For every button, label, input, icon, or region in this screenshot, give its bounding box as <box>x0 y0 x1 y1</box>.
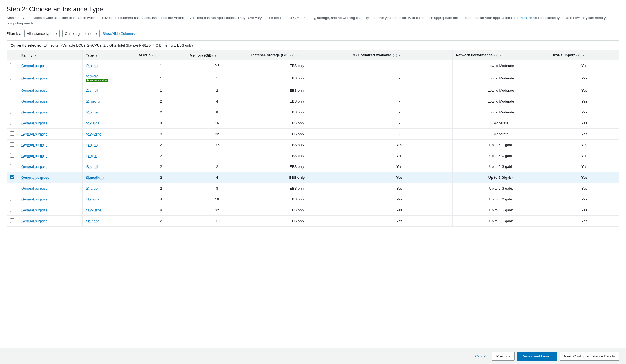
table-row[interactable]: General purposet3a.nano20.5EBS onlyYesUp… <box>7 216 619 227</box>
memory-cell: 0.5 <box>186 140 248 150</box>
vcpus-cell: 2 <box>136 140 186 150</box>
ebs-header[interactable]: EBS-Optimized Available i ▾ <box>346 50 452 60</box>
row-checkbox[interactable] <box>10 197 14 201</box>
storage-info-icon[interactable]: i <box>290 54 294 57</box>
type-cell[interactable]: t2.medium <box>82 96 136 107</box>
family-cell[interactable]: General purpose <box>18 183 83 194</box>
family-cell[interactable]: General purpose <box>18 85 83 96</box>
ipv6-info-icon[interactable]: i <box>576 54 580 57</box>
row-checkbox[interactable] <box>10 88 14 92</box>
previous-button[interactable]: Previous <box>492 352 515 361</box>
table-row[interactable]: General purposet3.medium24EBS onlyYesUp … <box>7 172 619 183</box>
table-row[interactable]: General purposet3.2xlarge832EBS onlyYesU… <box>7 205 619 216</box>
type-cell[interactable]: t3.micro <box>82 150 136 161</box>
family-cell[interactable]: General purpose <box>18 129 83 140</box>
memory-cell: 8 <box>186 183 248 194</box>
table-row[interactable]: General purposet2.microFree tier eligibl… <box>7 71 619 85</box>
table-row[interactable]: General purposet3.small22EBS onlyYesUp t… <box>7 161 619 172</box>
ebs-cell: - <box>346 107 452 118</box>
family-cell[interactable]: General purpose <box>18 107 83 118</box>
next-button[interactable]: Next: Configure Instance Details <box>560 352 619 361</box>
type-header[interactable]: Type ▾ <box>82 50 136 60</box>
family-cell[interactable]: General purpose <box>18 216 83 227</box>
type-cell[interactable]: t3.small <box>82 161 136 172</box>
ipv6-cell: Yes <box>549 140 619 150</box>
type-cell[interactable]: t2.nano <box>82 60 136 71</box>
learn-more-link[interactable]: Learn more <box>514 16 532 20</box>
row-checkbox[interactable] <box>10 63 14 67</box>
review-launch-button[interactable]: Review and Launch <box>517 352 557 361</box>
family-cell[interactable]: General purpose <box>18 71 83 85</box>
ipv6-cell: Yes <box>549 107 619 118</box>
table-row[interactable]: General purposet3.micro21EBS onlyYesUp t… <box>7 150 619 161</box>
table-row[interactable]: General purposet3.large28EBS onlyYesUp t… <box>7 183 619 194</box>
instance-type-filter-value: All instance types <box>27 32 54 36</box>
row-checkbox[interactable] <box>10 164 14 168</box>
family-cell[interactable]: General purpose <box>18 60 83 71</box>
row-checkbox[interactable] <box>10 186 14 190</box>
row-checkbox[interactable] <box>10 142 14 147</box>
family-cell[interactable]: General purpose <box>18 118 83 129</box>
type-cell[interactable]: t2.microFree tier eligible <box>82 71 136 85</box>
generation-filter[interactable]: Current generation ▾ <box>62 30 100 37</box>
chevron-down-icon: ▾ <box>56 32 57 35</box>
table-row[interactable]: General purposet2.large28EBS only-Low to… <box>7 107 619 118</box>
ebs-cell: - <box>346 129 452 140</box>
row-checkbox[interactable] <box>10 76 14 80</box>
row-checkbox[interactable] <box>10 153 14 158</box>
row-checkbox[interactable] <box>10 110 14 114</box>
type-cell[interactable]: t2.large <box>82 107 136 118</box>
network-cell: Up to 5 Gigabit <box>452 140 549 150</box>
cancel-button[interactable]: Cancel <box>472 352 489 360</box>
show-hide-columns-link[interactable]: Show/Hide Columns <box>102 32 135 36</box>
family-cell[interactable]: General purpose <box>18 140 83 150</box>
table-row[interactable]: General purposet2.nano10.5EBS only-Low t… <box>7 60 619 71</box>
row-checkbox[interactable] <box>10 218 14 223</box>
memory-cell: 4 <box>186 172 248 183</box>
row-checkbox[interactable] <box>10 99 14 103</box>
family-cell[interactable]: General purpose <box>18 205 83 216</box>
vcpus-header[interactable]: vCPUs i ▾ <box>136 50 186 60</box>
ebs-info-icon[interactable]: i <box>393 54 397 57</box>
vcpus-cell: 2 <box>136 183 186 194</box>
family-cell[interactable]: General purpose <box>18 194 83 205</box>
storage-header[interactable]: Instance Storage (GB) i ▾ <box>248 50 346 60</box>
row-checkbox[interactable] <box>10 121 14 125</box>
table-row[interactable]: General purposet3.xlarge416EBS onlyYesUp… <box>7 194 619 205</box>
network-info-icon[interactable]: i <box>494 54 498 57</box>
memory-header[interactable]: Memory (GiB) ▾ <box>186 50 248 60</box>
vcpus-cell: 2 <box>136 107 186 118</box>
table-body: General purposet2.nano10.5EBS only-Low t… <box>7 60 619 227</box>
row-checkbox[interactable] <box>10 131 14 136</box>
table-row[interactable]: General purposet2.small12EBS only-Low to… <box>7 85 619 96</box>
type-cell[interactable]: t2.small <box>82 85 136 96</box>
family-cell[interactable]: General purpose <box>18 150 83 161</box>
generation-filter-value: Current generation <box>65 32 94 36</box>
row-checkbox[interactable] <box>10 208 14 212</box>
type-cell[interactable]: t3.medium <box>82 172 136 183</box>
table-row[interactable]: General purposet2.medium24EBS only-Low t… <box>7 96 619 107</box>
type-cell[interactable]: t2.2xlarge <box>82 129 136 140</box>
family-cell[interactable]: General purpose <box>18 161 83 172</box>
type-cell[interactable]: t3.large <box>82 183 136 194</box>
family-cell[interactable]: General purpose <box>18 172 83 183</box>
instance-type-filter[interactable]: All instance types ▾ <box>24 30 60 37</box>
network-cell: Moderate <box>452 129 549 140</box>
type-cell[interactable]: t3.2xlarge <box>82 205 136 216</box>
table-row[interactable]: General purposet2.2xlarge832EBS only-Mod… <box>7 129 619 140</box>
type-cell[interactable]: t3a.nano <box>82 216 136 227</box>
family-header[interactable]: Family ▾ <box>18 50 83 60</box>
family-cell[interactable]: General purpose <box>18 96 83 107</box>
ipv6-header[interactable]: IPv6 Support i ▾ <box>549 50 619 60</box>
row-checkbox-cell <box>7 194 18 205</box>
table-row[interactable]: General purposet2.xlarge416EBS only-Mode… <box>7 118 619 129</box>
type-cell[interactable]: t2.xlarge <box>82 118 136 129</box>
type-cell[interactable]: t3.nano <box>82 140 136 150</box>
ebs-cell: Yes <box>346 150 452 161</box>
table-row[interactable]: General purposet3.nano20.5EBS onlyYesUp … <box>7 140 619 150</box>
network-cell: Low to Moderate <box>452 85 549 96</box>
type-cell[interactable]: t3.xlarge <box>82 194 136 205</box>
vcpus-info-icon[interactable]: i <box>152 54 156 57</box>
row-checkbox[interactable] <box>10 175 14 179</box>
network-header[interactable]: Network Performance i ▾ <box>452 50 549 60</box>
